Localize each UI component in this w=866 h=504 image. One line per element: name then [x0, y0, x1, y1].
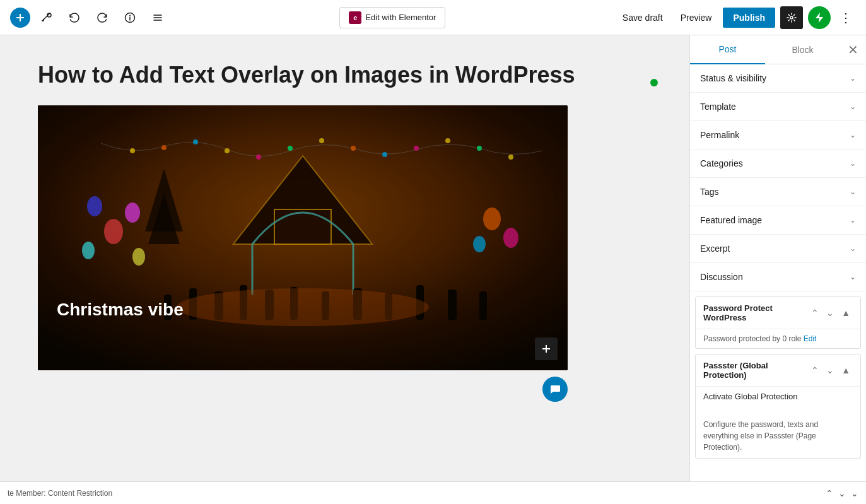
bottom-bar: te Member: Content Restriction ⌃ ⌄ ⌄: [0, 481, 866, 504]
password-protect-title: Password Protect WordPress: [703, 303, 809, 322]
tools-button[interactable]: [35, 6, 58, 29]
section-template-header[interactable]: Template ⌄: [690, 93, 866, 120]
passster-chevron-down[interactable]: ⌄: [824, 364, 836, 377]
section-permalink-label: Permalink: [700, 130, 739, 140]
section-featured-image-header[interactable]: Featured image ⌄: [690, 206, 866, 234]
section-tags: Tags ⌄: [690, 178, 866, 206]
redo-button[interactable]: [91, 6, 114, 29]
add-block-button[interactable]: [535, 337, 558, 360]
section-featured-image: Featured image ⌄: [690, 206, 866, 235]
save-draft-button[interactable]: Save draft: [616, 9, 669, 26]
preview-button[interactable]: Preview: [674, 9, 718, 26]
section-status-visibility-label: Status & visibility: [700, 73, 766, 83]
passster-body: Activate Global Protection Configure the…: [696, 386, 860, 458]
password-protect-text: Password protected by 0 role: [703, 334, 801, 343]
sidebar-tabs: Post Block ✕: [690, 35, 866, 64]
add-block-toolbar-button[interactable]: [10, 8, 30, 28]
toolbar-left: [10, 6, 169, 29]
chevron-down-icon-discussion: ⌄: [850, 273, 856, 281]
section-discussion-header[interactable]: Discussion ⌄: [690, 263, 866, 291]
list-view-button[interactable]: [146, 6, 169, 29]
undo-button[interactable]: [63, 6, 86, 29]
section-discussion: Discussion ⌄: [690, 263, 866, 291]
publish-button[interactable]: Publish: [723, 8, 775, 28]
featured-image[interactable]: Christmas vibe: [38, 105, 568, 370]
passster-title: Passster (Global Protection): [703, 361, 809, 380]
chevron-down-icon-categories: ⌄: [850, 159, 856, 168]
edit-with-elementor-button[interactable]: e Edit with Elementor: [339, 7, 445, 28]
passster-controls: ⌃ ⌄ ▲: [809, 364, 853, 377]
section-status-visibility-header[interactable]: Status & visibility ⌄: [690, 64, 866, 92]
section-featured-image-label: Featured image: [700, 215, 762, 225]
image-caption: Christmas vibe: [57, 300, 184, 320]
settings-button[interactable]: [780, 6, 803, 29]
password-protect-header: Password Protect WordPress ⌃ ⌄ ▲: [696, 297, 860, 329]
sidebar-content: Status & visibility ⌄ Template ⌄ Permali…: [690, 64, 866, 481]
section-excerpt-header[interactable]: Excerpt ⌄: [690, 235, 866, 262]
svg-point-9: [790, 16, 793, 19]
chat-bubble-icon[interactable]: [542, 377, 568, 402]
section-discussion-label: Discussion: [700, 272, 743, 282]
svg-rect-52: [38, 105, 568, 370]
password-protect-body: Password protected by 0 role Edit: [696, 329, 860, 348]
plugin-chevron-up[interactable]: ⌃: [809, 307, 821, 319]
image-svg: [38, 105, 568, 370]
toolbar-right: Save draft Preview Publish ⋮: [616, 6, 856, 29]
editor-area: How to Add Text Overlay on Images in Wor…: [0, 35, 689, 481]
bottom-bar-chevron-close[interactable]: ⌄: [851, 488, 858, 498]
post-title[interactable]: How to Add Text Overlay on Images in Wor…: [38, 61, 652, 90]
toolbar-center: e Edit with Elementor: [174, 7, 611, 28]
tab-post[interactable]: Post: [690, 35, 765, 64]
section-template-label: Template: [700, 102, 736, 112]
section-template: Template ⌄: [690, 93, 866, 121]
svg-point-5: [129, 15, 131, 16]
section-tags-label: Tags: [700, 187, 719, 197]
section-categories-header[interactable]: Categories ⌄: [690, 149, 866, 177]
bottom-bar-text: te Member: Content Restriction: [8, 489, 821, 498]
toolbar: e Edit with Elementor Save draft Preview…: [0, 0, 866, 35]
section-status-visibility: Status & visibility ⌄: [690, 64, 866, 93]
section-excerpt: Excerpt ⌄: [690, 235, 866, 263]
elementor-btn-label: Edit with Elementor: [365, 13, 436, 22]
section-categories-label: Categories: [700, 158, 743, 168]
chevron-down-icon-featured: ⌄: [850, 216, 856, 225]
password-protect-edit-link[interactable]: Edit: [804, 334, 817, 343]
bottom-bar-chevron-up[interactable]: ⌃: [826, 488, 833, 498]
info-button[interactable]: [119, 6, 141, 29]
passster-section: Passster (Global Protection) ⌃ ⌄ ▲ Activ…: [695, 354, 861, 459]
sidebar-close-button[interactable]: ✕: [840, 37, 866, 62]
plugin-chevron-top[interactable]: ▲: [839, 307, 853, 319]
passster-header: Passster (Global Protection) ⌃ ⌄ ▲: [696, 355, 860, 386]
more-options-button[interactable]: ⋮: [836, 8, 856, 28]
elementor-icon: e: [349, 11, 361, 24]
image-block: Christmas vibe: [38, 105, 568, 370]
passster-activate-label: Activate Global Protection: [703, 392, 853, 401]
password-protect-section: Password Protect WordPress ⌃ ⌄ ▲ Passwor…: [695, 296, 861, 349]
chevron-down-icon-tags: ⌄: [850, 187, 856, 196]
chat-area: [38, 370, 568, 402]
section-permalink-header[interactable]: Permalink ⌄: [690, 121, 866, 149]
passster-chevron-up[interactable]: ⌃: [809, 364, 821, 377]
chevron-down-icon-permalink: ⌄: [850, 131, 856, 139]
lightning-button[interactable]: [808, 6, 831, 29]
section-categories: Categories ⌄: [690, 149, 866, 178]
sidebar: Post Block ✕ Status & visibility ⌄ Templ…: [689, 35, 866, 481]
plugin-controls: ⌃ ⌄ ▲: [809, 307, 853, 319]
section-permalink: Permalink ⌄: [690, 121, 866, 149]
section-tags-header[interactable]: Tags ⌄: [690, 178, 866, 206]
bottom-bar-chevron-down[interactable]: ⌄: [838, 488, 846, 498]
chevron-down-icon: ⌄: [850, 74, 856, 83]
chevron-down-icon-excerpt: ⌄: [850, 244, 856, 253]
active-indicator: [650, 79, 658, 86]
tab-block[interactable]: Block: [765, 36, 840, 64]
main-layout: How to Add Text Overlay on Images in Wor…: [0, 35, 866, 481]
section-excerpt-label: Excerpt: [700, 243, 730, 254]
chevron-down-icon-template: ⌄: [850, 102, 856, 111]
passster-configure-text: Configure the password, texts and everyt…: [703, 419, 853, 453]
passster-chevron-top[interactable]: ▲: [839, 364, 853, 377]
plugin-chevron-down[interactable]: ⌄: [824, 307, 836, 319]
